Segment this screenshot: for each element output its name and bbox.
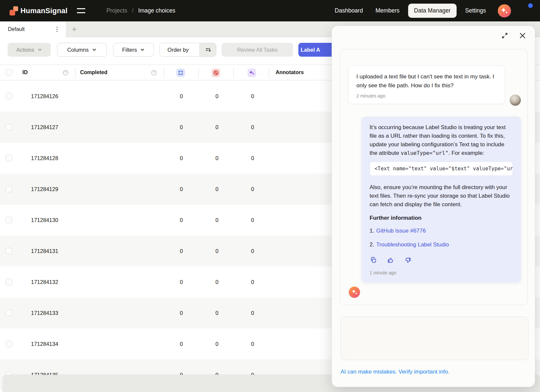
annotations-count-cell: 0: [177, 279, 186, 285]
github-issue-link[interactable]: GitHub Issue #6776: [376, 228, 426, 234]
chat-messages-card: I uploaded a text file but I can't see t…: [340, 49, 528, 305]
troubleshooting-link[interactable]: Troubleshooting Label Studio: [376, 241, 449, 248]
cancelled-count-cell: 0: [213, 155, 221, 161]
filters-dropdown[interactable]: Filters: [113, 43, 154, 57]
columns-label: Columns: [67, 47, 89, 53]
order-by-label: Order by: [160, 43, 196, 56]
completed-help-icon[interactable]: ?: [151, 70, 157, 76]
column-header-completed[interactable]: Completed: [80, 70, 107, 75]
nav-data-manager[interactable]: Data Manager: [408, 4, 457, 18]
nav-dashboard[interactable]: Dashboard: [331, 4, 367, 18]
ai-assistant-button[interactable]: [498, 4, 511, 17]
thumbs-up-icon[interactable]: [387, 256, 395, 264]
row-checkbox[interactable]: [6, 310, 12, 316]
chevron-down-icon: [38, 47, 42, 52]
id-help-icon[interactable]: ?: [63, 70, 69, 76]
chat-input[interactable]: [341, 317, 528, 360]
annotations-count-cell: 0: [177, 341, 186, 347]
select-all-checkbox[interactable]: [6, 69, 12, 76]
task-id-cell: 171284134: [31, 341, 58, 347]
annotations-count-cell: 0: [177, 93, 186, 99]
predictions-count-cell: 0: [248, 310, 257, 316]
cancelled-annotations-column-icon[interactable]: [212, 69, 220, 77]
tab-options-kebab-icon[interactable]: [54, 26, 60, 33]
predictions-count-cell: 0: [248, 124, 257, 130]
copy-icon[interactable]: [370, 256, 377, 264]
row-checkbox[interactable]: [6, 155, 12, 161]
nav-members[interactable]: Members: [372, 4, 404, 18]
annotations-count-cell: 0: [177, 124, 186, 130]
predictions-count-cell: 0: [248, 217, 257, 223]
list-item: 1.GitHub Issue #6776: [370, 224, 513, 238]
row-checkbox[interactable]: [6, 341, 12, 347]
app-screen: HumanSignal Projects / Image choices Das…: [0, 0, 540, 392]
annotations-count-cell: 0: [177, 155, 186, 161]
predictions-count-cell: 0: [248, 279, 257, 285]
actions-dropdown[interactable]: Actions: [8, 43, 51, 57]
actions-label: Actions: [16, 47, 34, 53]
review-all-tasks-button[interactable]: Review All Tasks: [222, 43, 293, 57]
columns-dropdown[interactable]: Columns: [57, 43, 107, 57]
review-all-tasks-label: Review All Tasks: [237, 47, 278, 53]
breadcrumb: Projects / Image choices: [106, 7, 175, 14]
cancelled-count-cell: 0: [213, 341, 221, 347]
expand-panel-icon[interactable]: [501, 32, 509, 40]
menu-icon[interactable]: [77, 4, 90, 17]
row-checkbox[interactable]: [6, 124, 12, 130]
top-nav-links: Dashboard Members Data Manager Settings: [331, 4, 532, 18]
annotations-count-cell: 0: [177, 217, 186, 223]
breadcrumb-projects[interactable]: Projects: [106, 7, 127, 14]
ai-message-bubble: It’s occurring because Label Studio is t…: [362, 117, 521, 282]
breadcrumb-separator: /: [132, 7, 134, 14]
sparkle-icon: [349, 287, 360, 298]
inline-code: valueType="url": [401, 150, 449, 156]
breadcrumb-current-project: Image choices: [138, 7, 175, 14]
humansignal-logo[interactable]: HumanSignal: [10, 6, 68, 15]
row-checkbox[interactable]: [6, 186, 12, 192]
brand-name: HumanSignal: [20, 7, 68, 15]
further-information-heading: Further information: [370, 215, 513, 221]
user-menu[interactable]: [519, 4, 532, 17]
sparkle-icon: [498, 4, 511, 17]
tab-default[interactable]: Default: [0, 21, 66, 37]
close-panel-icon[interactable]: [519, 32, 526, 40]
reference-links: 1.GitHub Issue #6776 2.Troubleshooting L…: [370, 224, 513, 252]
nav-settings[interactable]: Settings: [461, 4, 490, 18]
annotations-column-icon[interactable]: [176, 69, 185, 77]
task-id-cell: 171284128: [31, 155, 58, 161]
sort-descending-icon: [205, 46, 211, 53]
user-chat-avatar: [510, 95, 521, 106]
annotations-count-cell: 0: [177, 310, 186, 316]
ai-disclaimer-link[interactable]: AI can make mistakes. Verify important i…: [341, 369, 450, 375]
sort-direction-button[interactable]: [199, 43, 216, 56]
annotations-count-cell: 0: [177, 248, 186, 254]
task-id-cell: 171284130: [31, 217, 58, 223]
code-block[interactable]: <Text name="text" value="$text" valueTyp…: [370, 161, 513, 176]
column-header-id[interactable]: ID: [22, 70, 28, 75]
order-by-control[interactable]: Order by: [160, 43, 216, 57]
column-header-annotators[interactable]: Annotators: [276, 70, 304, 75]
filters-label: Filters: [122, 47, 137, 53]
predictions-column-icon[interactable]: [248, 69, 256, 77]
task-id-cell: 171284127: [31, 124, 58, 130]
cancelled-count-cell: 0: [213, 279, 221, 285]
list-item: 2.Troubleshooting Label Studio: [370, 238, 513, 252]
row-checkbox[interactable]: [6, 217, 12, 223]
predictions-count-cell: 0: [248, 186, 257, 192]
list-number: 1.: [370, 228, 374, 234]
humansignal-logo-icon: [10, 6, 18, 15]
task-id-cell: 171284126: [31, 93, 58, 99]
thumbs-down-icon[interactable]: [404, 256, 412, 264]
predictions-count-cell: 0: [248, 93, 257, 99]
task-id-cell: 171284131: [31, 248, 58, 254]
row-checkbox[interactable]: [6, 93, 12, 99]
add-tab-button[interactable]: +: [70, 25, 78, 34]
user-message-timestamp: 2 minutes ago: [356, 93, 497, 98]
ai-assistant-panel: I uploaded a text file but I can't see t…: [332, 26, 535, 387]
task-id-cell: 171284129: [31, 186, 58, 192]
ai-paragraph-1: It’s occurring because Label Studio is t…: [370, 123, 513, 157]
user-message-bubble: I uploaded a text file but I can't see t…: [348, 65, 505, 104]
row-checkbox[interactable]: [6, 248, 12, 254]
row-checkbox[interactable]: [6, 279, 12, 285]
list-number: 2.: [370, 241, 374, 248]
